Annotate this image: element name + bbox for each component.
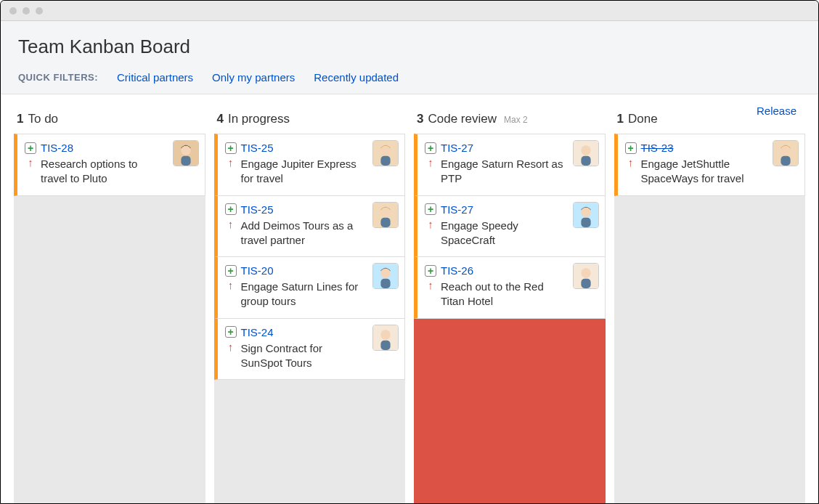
card-id[interactable]: TIS-28 (41, 142, 73, 154)
svg-point-19 (581, 207, 590, 216)
assignee-avatar[interactable] (372, 140, 399, 166)
column-count: 1 (617, 112, 624, 126)
svg-point-7 (380, 207, 390, 216)
svg-rect-8 (380, 217, 390, 227)
assignee-avatar[interactable] (573, 263, 599, 289)
column-name: In progress (228, 112, 290, 126)
column-body[interactable]: + TIS-27 ↑ Engage Saturn Resort as PTP +… (414, 134, 606, 503)
story-icon: + (425, 203, 436, 215)
card-id[interactable]: TIS-23 (641, 142, 674, 154)
priority-icon: ↑ (625, 157, 637, 168)
window-close-dot[interactable] (9, 7, 17, 15)
story-icon: + (225, 326, 237, 338)
filters-label: QUICK FILTERS: (18, 72, 98, 83)
svg-point-1 (181, 146, 190, 155)
card[interactable]: + TIS-23 ↑ Engage JetShuttle SpaceWays f… (614, 134, 806, 196)
assignee-avatar[interactable] (173, 140, 199, 166)
priority-icon: ↑ (425, 219, 436, 229)
window-titlebar (1, 1, 818, 21)
card-id[interactable]: TIS-27 (441, 203, 473, 216)
priority-icon: ↑ (225, 280, 237, 290)
card-id[interactable]: TIS-26 (441, 264, 473, 277)
assignee-avatar[interactable] (372, 202, 399, 228)
svg-rect-23 (581, 279, 590, 288)
priority-icon: ↑ (225, 219, 237, 229)
column-in-progress: 4In progress + TIS-25 ↑ Engage Jupiter E… (214, 106, 406, 503)
svg-rect-17 (581, 156, 590, 166)
svg-rect-14 (380, 340, 390, 349)
column-to-do: 1To do + TIS-28 ↑ Research options to tr… (14, 106, 205, 503)
assignee-avatar[interactable] (573, 140, 599, 166)
board-header: Team Kanban Board QUICK FILTERS: Critica… (1, 21, 818, 94)
card[interactable]: + TIS-25 ↑ Add Deimos Tours as a travel … (214, 195, 406, 258)
board: Release 1To do + TIS-28 ↑ Research optio… (1, 94, 818, 503)
card[interactable]: + TIS-28 ↑ Research options to travel to… (14, 134, 205, 196)
column-max: Max 2 (504, 115, 528, 125)
filter-critical-partners[interactable]: Critical partners (117, 71, 193, 84)
column-name: To do (28, 112, 58, 126)
story-icon: + (25, 142, 36, 154)
column-done: 1Done + TIS-23 ↑ Engage JetShuttle Space… (614, 106, 806, 503)
card-id[interactable]: TIS-25 (241, 203, 274, 216)
assignee-avatar[interactable] (773, 140, 799, 166)
card[interactable]: + TIS-27 ↑ Engage Saturn Resort as PTP (414, 134, 606, 196)
column-header: 4In progress (214, 106, 406, 134)
filter-recently-updated[interactable]: Recently updated (314, 71, 399, 84)
card[interactable]: + TIS-24 ↑ Sign Contract for SunSpot Tou… (214, 318, 406, 381)
column-body[interactable]: + TIS-28 ↑ Research options to travel to… (14, 134, 205, 503)
story-icon: + (225, 142, 237, 154)
story-icon: + (225, 203, 237, 215)
board-title: Team Kanban Board (18, 36, 801, 58)
assignee-avatar[interactable] (372, 263, 399, 289)
svg-rect-26 (781, 156, 790, 166)
card[interactable]: + TIS-26 ↑ Reach out to the Red Titan Ho… (414, 256, 606, 319)
priority-icon: ↑ (425, 157, 436, 168)
filter-only-my-partners[interactable]: Only my partners (212, 71, 295, 84)
column-count: 3 (417, 112, 423, 126)
app-window: Team Kanban Board QUICK FILTERS: Critica… (0, 0, 819, 504)
column-header: 1To do (14, 106, 205, 134)
quick-filters: QUICK FILTERS: Critical partners Only my… (18, 71, 801, 84)
story-icon: + (625, 142, 637, 154)
column-count: 4 (217, 112, 224, 126)
assignee-avatar[interactable] (573, 202, 599, 228)
svg-point-25 (781, 146, 790, 155)
window-max-dot[interactable] (36, 7, 43, 15)
column-name: Code review (428, 112, 497, 126)
card-id[interactable]: TIS-25 (241, 142, 274, 154)
card-id[interactable]: TIS-24 (241, 326, 274, 338)
priority-icon: ↑ (225, 341, 237, 352)
card[interactable]: + TIS-20 ↑ Engage Saturn Lines for group… (214, 256, 406, 319)
release-link[interactable]: Release (757, 105, 796, 117)
column-header: 3Code reviewMax 2 (414, 106, 606, 134)
card-id[interactable]: TIS-27 (441, 142, 473, 154)
svg-rect-2 (181, 156, 190, 166)
column-body[interactable]: + TIS-23 ↑ Engage JetShuttle SpaceWays f… (614, 134, 806, 503)
assignee-avatar[interactable] (372, 325, 399, 351)
svg-point-16 (581, 146, 590, 155)
svg-rect-11 (380, 279, 390, 288)
column-body[interactable]: + TIS-25 ↑ Engage Jupiter Express for tr… (214, 134, 406, 503)
svg-point-4 (380, 146, 390, 155)
column-name: Done (628, 112, 658, 126)
story-icon: + (425, 265, 436, 277)
svg-point-10 (380, 269, 390, 278)
story-icon: + (425, 142, 436, 154)
card[interactable]: + TIS-25 ↑ Engage Jupiter Express for tr… (214, 134, 406, 196)
svg-rect-20 (581, 217, 590, 227)
svg-point-13 (380, 330, 390, 339)
priority-icon: ↑ (225, 157, 237, 168)
priority-icon: ↑ (25, 157, 36, 168)
svg-rect-5 (380, 156, 390, 166)
window-min-dot[interactable] (23, 7, 30, 15)
column-count: 1 (17, 112, 23, 126)
card-id[interactable]: TIS-20 (241, 264, 274, 277)
priority-icon: ↑ (425, 280, 436, 290)
story-icon: + (225, 265, 237, 277)
card[interactable]: + TIS-27 ↑ Engage Speedy SpaceCraft (414, 195, 606, 258)
column-code-review: 3Code reviewMax 2 + TIS-27 ↑ Engage Satu… (414, 106, 606, 503)
svg-point-22 (581, 269, 590, 278)
